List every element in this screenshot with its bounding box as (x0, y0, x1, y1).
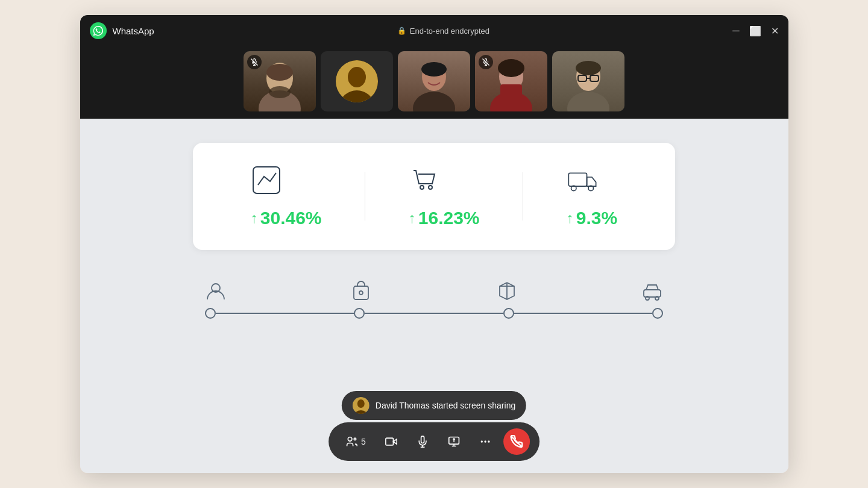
close-button[interactable]: ✕ (771, 25, 779, 37)
svg-point-0 (90, 22, 107, 39)
stat-item-2: ↑ 16.23% (409, 164, 480, 228)
toggle-mic-button[interactable] (409, 428, 436, 455)
encryption-label: End-to-end endcrypted (410, 27, 489, 36)
stat-arrow-1: ↑ (251, 210, 258, 227)
timeline-dot-1 (205, 308, 216, 319)
video-icon (385, 436, 397, 448)
stat-value-2: ↑ 16.23% (409, 208, 480, 228)
participant-thumb-3[interactable] (398, 51, 470, 111)
svg-point-40 (655, 296, 659, 300)
screen-share-button[interactable] (441, 428, 467, 455)
titlebar: WhatsApp 🔒 End-to-end endcrypted ─ ⬜ ✕ (80, 15, 788, 46)
app-window: WhatsApp 🔒 End-to-end endcrypted ─ ⬜ ✕ (80, 15, 788, 473)
stat-value-3: ↑ 9.3% (567, 208, 617, 228)
stat-item-1: ↑ 30.46% (251, 164, 322, 228)
svg-point-45 (354, 438, 356, 440)
participant-thumb-4[interactable] (475, 51, 547, 111)
timeline-track (193, 308, 675, 319)
app-title: WhatsApp (113, 26, 154, 36)
timeline-line-2 (365, 313, 503, 314)
svg-point-29 (429, 186, 432, 189)
timeline-line-1 (216, 313, 354, 314)
timeline (193, 280, 675, 319)
svg-rect-17 (500, 84, 522, 96)
participants-strip (80, 46, 788, 119)
mute-badge-1 (247, 55, 262, 69)
participants-count-button[interactable]: 5 (338, 436, 373, 448)
more-options-button[interactable] (472, 428, 498, 455)
mute-badge-4 (479, 55, 493, 69)
stat-divider-2 (523, 172, 523, 221)
svg-point-35 (359, 291, 363, 295)
toast-message: David Thomas started screen sharing (376, 401, 515, 410)
chart-icon (251, 164, 282, 198)
screen-share-area: ↑ 30.46% ↑ 16.23% (80, 119, 788, 473)
end-call-button[interactable] (503, 428, 530, 455)
svg-rect-27 (253, 167, 280, 193)
cart-icon (409, 164, 440, 198)
titlebar-left: WhatsApp (90, 22, 154, 39)
participant-thumb-1[interactable] (244, 51, 316, 111)
screen-share-icon (448, 436, 460, 448)
toast-avatar (353, 397, 370, 414)
timeline-icons (193, 280, 675, 302)
timeline-step-bag (350, 280, 372, 302)
stat-value-1: ↑ 30.46% (251, 208, 322, 228)
svg-marker-46 (393, 439, 397, 444)
svg-point-9 (348, 67, 366, 87)
maximize-button[interactable]: ⬜ (749, 25, 761, 37)
minimize-button[interactable]: ─ (732, 25, 739, 36)
svg-rect-47 (386, 438, 393, 445)
svg-point-52 (480, 440, 482, 442)
timeline-line-3 (514, 313, 652, 314)
svg-rect-38 (644, 290, 661, 297)
svg-point-39 (646, 296, 649, 300)
svg-rect-30 (568, 173, 587, 186)
screen-share-toast: David Thomas started screen sharing (342, 391, 526, 420)
call-control-bar: 5 (329, 422, 539, 461)
mic-icon (417, 436, 429, 448)
stats-card: ↑ 30.46% ↑ 16.23% (193, 143, 675, 250)
timeline-dot-3 (503, 308, 514, 319)
svg-point-2 (266, 64, 293, 81)
participant-thumb-2[interactable] (321, 51, 393, 111)
svg-point-44 (348, 437, 352, 442)
svg-point-53 (484, 440, 486, 442)
stat-arrow-3: ↑ (567, 210, 574, 227)
svg-rect-34 (354, 286, 368, 299)
people-icon (345, 436, 357, 448)
svg-point-54 (488, 440, 489, 442)
end-call-icon (510, 435, 523, 448)
timeline-step-car (641, 280, 663, 302)
timeline-dot-2 (354, 308, 365, 319)
participant-thumb-5[interactable] (552, 51, 624, 111)
svg-point-23 (567, 92, 609, 111)
svg-point-22 (576, 61, 601, 75)
more-icon (479, 436, 491, 448)
timeline-dot-4 (652, 308, 663, 319)
window-controls: ─ ⬜ ✕ (732, 25, 778, 37)
participants-count: 5 (361, 437, 366, 446)
timeline-step-person (205, 280, 227, 302)
encryption-indicator: 🔒 End-to-end endcrypted (397, 27, 489, 36)
toggle-video-button[interactable] (378, 428, 404, 455)
svg-point-15 (498, 59, 524, 77)
stat-divider-1 (365, 172, 365, 221)
svg-point-12 (421, 62, 447, 77)
svg-point-28 (420, 186, 424, 189)
truck-icon (567, 164, 598, 198)
timeline-step-box (496, 280, 518, 302)
svg-point-42 (357, 399, 365, 408)
whatsapp-logo-icon (90, 22, 107, 39)
svg-point-13 (413, 92, 455, 111)
stat-item-3: ↑ 9.3% (567, 164, 617, 228)
stat-arrow-2: ↑ (409, 210, 416, 227)
svg-point-4 (269, 86, 291, 98)
lock-icon: 🔒 (397, 27, 406, 35)
